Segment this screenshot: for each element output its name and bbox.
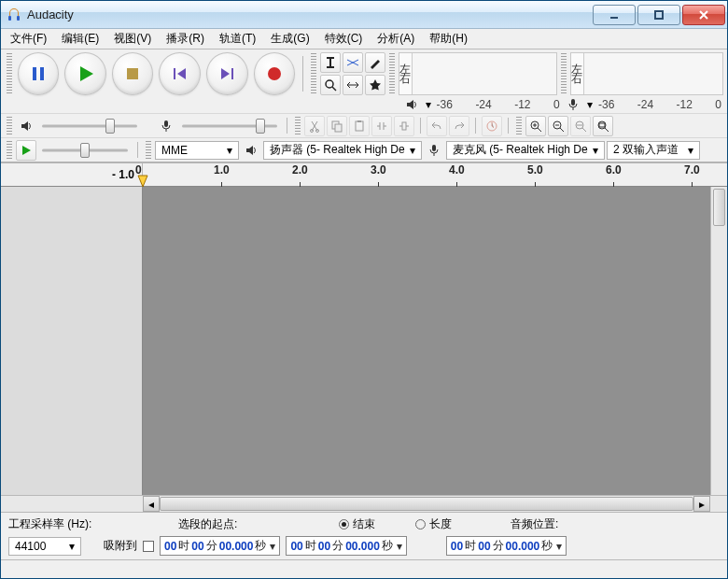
meter-lr-label: 左右 (399, 64, 412, 83)
zoom-out-button[interactable] (548, 116, 568, 136)
fit-project-button[interactable] (593, 116, 613, 136)
recording-meter[interactable]: 左右 (570, 52, 723, 95)
svg-rect-11 (327, 57, 334, 59)
separator (508, 118, 509, 134)
selection-start-time[interactable]: 00时 00分 00.000秒 ▾ (160, 536, 280, 556)
maximize-button[interactable] (637, 5, 680, 25)
selection-end-time[interactable]: 00时 00分 00.000秒 ▾ (286, 536, 406, 556)
redo-button[interactable] (449, 116, 469, 136)
paste-button[interactable] (349, 116, 370, 136)
horizontal-scrollbar[interactable]: ◂ ▸ (143, 496, 710, 512)
meter-tick: -24 (475, 98, 491, 111)
timeline-ruler[interactable]: - 1.0 0 1.0 2.0 3.0 4.0 5.0 6.0 7.0 (1, 162, 727, 187)
selection-toolbar: 工程采样率 (Hz): 选段的起点: 结束 长度 音频位置: 44100▾ 吸附… (1, 512, 727, 559)
meter-tick: 0 (553, 98, 560, 111)
playhead-icon[interactable] (137, 175, 148, 188)
zoom-tool[interactable] (320, 75, 341, 95)
play-button[interactable] (64, 52, 106, 95)
undo-button[interactable] (427, 116, 447, 136)
audio-position-label: 音频位置: (511, 516, 564, 532)
cut-button[interactable] (304, 116, 325, 136)
menu-file[interactable]: 文件(F) (3, 29, 54, 49)
tools-toolbar (320, 52, 385, 95)
toolbar-grip[interactable] (516, 117, 522, 134)
length-label: 长度 (429, 516, 452, 532)
input-channels-combo[interactable]: 2 双输入声道▾ (607, 141, 700, 160)
snap-to-checkbox[interactable] (143, 541, 154, 552)
end-radio[interactable] (339, 519, 349, 530)
meter-tick: -36 (598, 98, 614, 111)
menu-view[interactable]: 视图(V) (106, 29, 159, 49)
toolbar-grip[interactable] (146, 141, 151, 159)
toolbar-grip[interactable] (311, 53, 316, 93)
separator (287, 118, 287, 134)
playback-volume-slider[interactable] (38, 118, 141, 134)
output-device-combo[interactable]: 扬声器 (5- Realtek High De▾ (263, 141, 422, 160)
pause-button[interactable] (18, 52, 60, 95)
close-button[interactable] (682, 5, 725, 25)
audio-position-time[interactable]: 00时 00分 00.000秒 ▾ (446, 536, 567, 556)
menu-edit[interactable]: 编辑(E) (54, 29, 106, 49)
svg-rect-0 (8, 16, 11, 21)
titlebar: Audacity (1, 1, 727, 29)
svg-rect-6 (127, 68, 138, 79)
mic-icon[interactable] (564, 94, 583, 115)
project-rate-value: 44100 (15, 540, 46, 553)
fit-selection-button[interactable] (570, 116, 591, 136)
snap-to-label: 吸附到 (104, 538, 137, 554)
menu-generate[interactable]: 生成(G) (263, 29, 316, 49)
menu-effect[interactable]: 特效(C) (317, 29, 371, 49)
record-button[interactable] (254, 52, 296, 95)
track-area[interactable] (1, 187, 727, 495)
play-at-speed-button[interactable] (16, 140, 36, 161)
toolbar-grip[interactable] (389, 53, 395, 93)
menu-transport[interactable]: 播录(R) (159, 29, 212, 49)
track-canvas[interactable] (143, 187, 710, 495)
toolbar-grip[interactable] (561, 53, 567, 93)
svg-rect-8 (231, 68, 233, 79)
svg-point-9 (268, 67, 281, 80)
multi-tool[interactable] (365, 75, 385, 95)
timeshift-tool[interactable] (343, 75, 363, 95)
menu-help[interactable]: 帮助(H) (422, 29, 475, 49)
selection-tool[interactable] (320, 52, 341, 73)
speaker-icon (241, 140, 261, 161)
skip-end-button[interactable] (206, 52, 248, 95)
menu-analyze[interactable]: 分析(A) (370, 29, 422, 49)
speaker-icon (16, 116, 36, 136)
separator (475, 118, 476, 134)
input-device-combo[interactable]: 麦克风 (5- Realtek High De▾ (446, 141, 605, 160)
zoom-in-button[interactable] (525, 116, 546, 136)
ruler-tick: 4.0 (449, 163, 465, 177)
skip-start-button[interactable] (159, 52, 201, 95)
input-device-value: 麦克风 (5- Realtek High De (453, 142, 588, 158)
trim-button[interactable] (371, 116, 392, 136)
track-control-panel (1, 187, 143, 495)
sync-lock-button[interactable] (482, 116, 502, 136)
menu-tracks[interactable]: 轨道(T) (212, 29, 263, 49)
toolbar-grip[interactable] (7, 117, 12, 134)
toolbar-grip[interactable] (7, 53, 12, 93)
envelope-tool[interactable] (343, 52, 363, 73)
vertical-scrollbar[interactable] (710, 187, 727, 495)
draw-tool[interactable] (365, 52, 385, 73)
recording-volume-slider[interactable] (178, 118, 281, 134)
playback-speed-slider[interactable] (38, 142, 132, 159)
ruler-tick: - 1.0 (112, 168, 134, 181)
audio-host-combo[interactable]: MME▾ (155, 141, 239, 160)
meter-tick: -12 (677, 98, 693, 111)
toolbar-grip[interactable] (295, 117, 301, 134)
project-rate-combo[interactable]: 44100▾ (8, 537, 81, 556)
toolbar-grip[interactable] (7, 141, 12, 159)
mic-icon (424, 140, 444, 161)
selection-start-label: 选段的起点: (178, 516, 328, 532)
copy-button[interactable] (327, 116, 347, 136)
speaker-icon[interactable] (401, 94, 421, 115)
silence-button[interactable] (394, 116, 414, 136)
length-radio[interactable] (415, 519, 426, 530)
meter-tick: 0 (715, 98, 721, 111)
minimize-button[interactable] (593, 5, 636, 25)
svg-rect-28 (599, 123, 605, 127)
playback-meter[interactable]: 左右 (399, 52, 557, 95)
stop-button[interactable] (112, 52, 154, 95)
